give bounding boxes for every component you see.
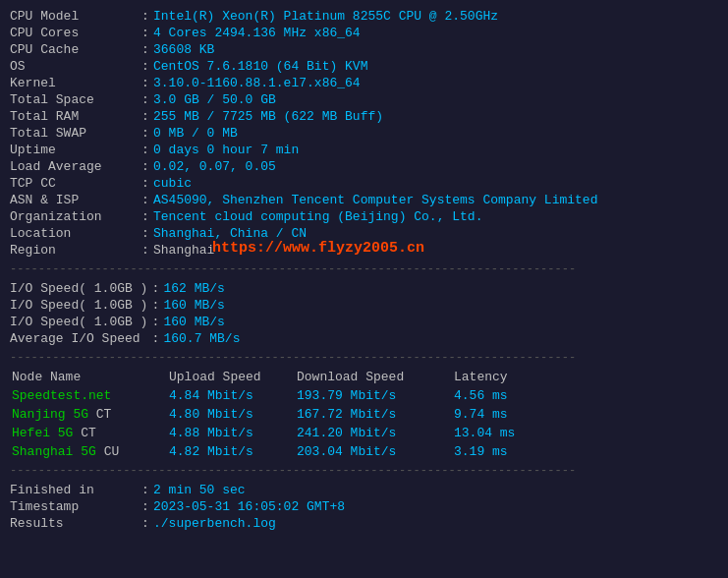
results-label: Results (10, 515, 138, 532)
io1-row: I/O Speed( 1.0GB ) : 162 MB/s (10, 280, 718, 297)
io2-label: I/O Speed( 1.0GB ) (10, 297, 147, 314)
org-row: Organization : Tencent cloud computing (… (10, 208, 718, 225)
avg-io-row: Average I/O Speed : 160.7 MB/s (10, 330, 718, 347)
region-row: Region : Shanghai https://www.flyzy2005.… (10, 242, 718, 259)
io3-row: I/O Speed( 1.0GB ) : 160 MB/s (10, 314, 718, 330)
download-speed: 203.04 Mbit/s (295, 443, 452, 460)
kernel-label: Kernel (10, 75, 138, 91)
upload-header: Upload Speed (167, 369, 295, 385)
node-name-cell: Shanghai 5G CU (10, 443, 167, 460)
upload-speed: 4.88 Mbit/s (167, 425, 295, 441)
load-avg-row: Load Average : 0.02, 0.07, 0.05 (10, 158, 718, 175)
org-value: Tencent cloud computing (Beijing) Co., L… (153, 208, 718, 225)
org-label: Organization (10, 208, 138, 225)
list-item: Nanjing 5G CT4.80 Mbit/s167.72 Mbit/s9.7… (10, 406, 718, 423)
finished-value: 2 min 50 sec (153, 482, 718, 498)
os-label: OS (10, 58, 138, 75)
upload-speed: 4.80 Mbit/s (167, 406, 295, 423)
region-value-cell: Shanghai https://www.flyzy2005.cn (153, 242, 718, 259)
total-space-row: Total Space : 3.0 GB / 50.0 GB (10, 91, 718, 108)
node-name: Nanjing 5G (12, 407, 88, 422)
uptime-value: 0 days 0 hour 7 min (153, 142, 718, 158)
node-header: Node Name (10, 369, 167, 385)
latency: 4.56 ms (452, 387, 718, 404)
network-speed-table: Node Name Upload Speed Download Speed La… (10, 369, 718, 385)
uptime-row: Uptime : 0 days 0 hour 7 min (10, 142, 718, 158)
uptime-label: Uptime (10, 142, 138, 158)
tcp-cc-row: TCP CC : cubic (10, 175, 718, 192)
upload-speed: 4.84 Mbit/s (167, 387, 295, 404)
latency-header: Latency (452, 369, 718, 385)
network-data-row: Speedtest.net4.84 Mbit/s193.79 Mbit/s4.5… (10, 387, 718, 404)
node-name-cell: Nanjing 5G CT (10, 406, 167, 423)
io3-label: I/O Speed( 1.0GB ) (10, 314, 147, 330)
node-name: Shanghai 5G (12, 444, 96, 459)
total-space-label: Total Space (10, 91, 138, 108)
results-value: ./superbench.log (153, 515, 718, 532)
network-data-row: Hefei 5G CT4.88 Mbit/s241.20 Mbit/s13.04… (10, 425, 718, 441)
asn-isp-label: ASN & ISP (10, 192, 138, 208)
results-row: Results : ./superbench.log (10, 515, 718, 532)
watermark-text: https://www.flyzy2005.cn (212, 240, 424, 257)
total-space-value: 3.0 GB / 50.0 GB (153, 91, 718, 108)
io2-value: 160 MB/s (163, 297, 718, 314)
node-name: Hefei 5G (12, 426, 73, 440)
io3-value: 160 MB/s (163, 314, 718, 330)
system-info-table: CPU Model : Intel(R) Xeon(R) Platinum 82… (10, 8, 718, 259)
total-ram-label: Total RAM (10, 108, 138, 125)
colon-1: : (138, 8, 153, 25)
total-ram-value: 255 MB / 7725 MB (622 MB Buff) (153, 108, 718, 125)
divider-2: ----------------------------------------… (10, 351, 718, 365)
kernel-row: Kernel : 3.10.0-1160.88.1.el7.x86_64 (10, 75, 718, 91)
node-name-cell: Speedtest.net (10, 387, 167, 404)
region-label: Region (10, 242, 138, 259)
footer-table: Finished in : 2 min 50 sec Timestamp : 2… (10, 482, 718, 532)
total-swap-row: Total SWAP : 0 MB / 0 MB (10, 125, 718, 142)
os-row: OS : CentOS 7.6.1810 (64 Bit) KVM (10, 58, 718, 75)
asn-isp-row: ASN & ISP : AS45090, Shenzhen Tencent Co… (10, 192, 718, 208)
divider-3: ----------------------------------------… (10, 464, 718, 478)
total-ram-row: Total RAM : 255 MB / 7725 MB (622 MB Buf… (10, 108, 718, 125)
cpu-model-value: Intel(R) Xeon(R) Platinum 8255C CPU @ 2.… (153, 8, 718, 25)
download-header: Download Speed (295, 369, 452, 385)
finished-row: Finished in : 2 min 50 sec (10, 482, 718, 498)
cpu-cores-value: 4 Cores 2494.136 MHz x86_64 (153, 25, 718, 41)
cpu-cores-row: CPU Cores : 4 Cores 2494.136 MHz x86_64 (10, 25, 718, 41)
download-speed: 241.20 Mbit/s (295, 425, 452, 441)
cpu-model-row: CPU Model : Intel(R) Xeon(R) Platinum 82… (10, 8, 718, 25)
network-data-row: Nanjing 5G CT4.80 Mbit/s167.72 Mbit/s9.7… (10, 406, 718, 423)
network-header-row: Node Name Upload Speed Download Speed La… (10, 369, 718, 385)
list-item: Hefei 5G CT4.88 Mbit/s241.20 Mbit/s13.04… (10, 425, 718, 441)
node-name: Speedtest.net (12, 388, 111, 403)
timestamp-row: Timestamp : 2023-05-31 16:05:02 GMT+8 (10, 498, 718, 515)
cpu-cache-label: CPU Cache (10, 41, 138, 58)
timestamp-label: Timestamp (10, 498, 138, 515)
cpu-cores-label: CPU Cores (10, 25, 138, 41)
latency: 9.74 ms (452, 406, 718, 423)
tcp-cc-label: TCP CC (10, 175, 138, 192)
timestamp-value: 2023-05-31 16:05:02 GMT+8 (153, 498, 718, 515)
load-avg-value: 0.02, 0.07, 0.05 (153, 158, 718, 175)
io-table: I/O Speed( 1.0GB ) : 162 MB/s I/O Speed(… (10, 280, 718, 347)
total-swap-value: 0 MB / 0 MB (153, 125, 718, 142)
location-label: Location (10, 225, 138, 242)
cpu-cache-value: 36608 KB (153, 41, 718, 58)
finished-label: Finished in (10, 482, 138, 498)
list-item: Shanghai 5G CU4.82 Mbit/s203.04 Mbit/s3.… (10, 443, 718, 460)
region-value: Shanghai (153, 243, 214, 258)
node-name-cell: Hefei 5G CT (10, 425, 167, 441)
io2-row: I/O Speed( 1.0GB ) : 160 MB/s (10, 297, 718, 314)
avg-io-value: 160.7 MB/s (163, 330, 718, 347)
upload-speed: 4.82 Mbit/s (167, 443, 295, 460)
io1-label: I/O Speed( 1.0GB ) (10, 280, 147, 297)
download-speed: 167.72 Mbit/s (295, 406, 452, 423)
os-value: CentOS 7.6.1810 (64 Bit) KVM (153, 58, 718, 75)
isp-label: CT (73, 426, 95, 440)
isp-label: CU (96, 444, 119, 459)
total-swap-label: Total SWAP (10, 125, 138, 142)
isp-label: CT (88, 407, 111, 422)
list-item: Speedtest.net4.84 Mbit/s193.79 Mbit/s4.5… (10, 387, 718, 404)
avg-io-label: Average I/O Speed (10, 330, 147, 347)
load-avg-label: Load Average (10, 158, 138, 175)
kernel-value: 3.10.0-1160.88.1.el7.x86_64 (153, 75, 718, 91)
